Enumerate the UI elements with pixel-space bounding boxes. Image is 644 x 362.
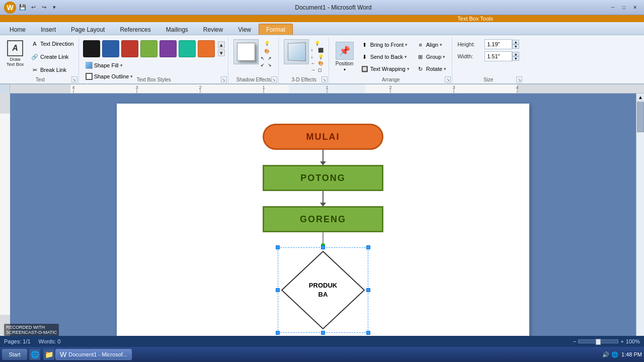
zoom-level: 100%: [626, 338, 640, 344]
send-to-back-button[interactable]: ⬇ Send to Back ▾: [358, 51, 412, 62]
threed-tilt-up[interactable]: ↑: [310, 47, 317, 53]
width-value[interactable]: 1.51": [485, 51, 512, 61]
threed-surface[interactable]: ◻: [317, 67, 325, 73]
threed-color[interactable]: 🎨: [317, 60, 325, 66]
shadow-nudge-br[interactable]: ↘: [267, 62, 274, 68]
break-link-icon: ✂: [31, 66, 39, 74]
shadow-main-button[interactable]: [233, 39, 259, 64]
close-button[interactable]: ✕: [630, 4, 640, 12]
swatches-down[interactable]: ▼: [218, 49, 225, 56]
rotate-button[interactable]: ↻ Rotate ▾: [414, 63, 449, 74]
swatches-arrows: ▲ ▼: [218, 41, 225, 56]
swatch-orange[interactable]: [198, 40, 215, 57]
break-link-button[interactable]: ✂ Break Link: [28, 64, 76, 75]
scroll-up-button[interactable]: ▲: [636, 94, 644, 102]
zoom-slider[interactable]: [578, 339, 618, 343]
shadow-expander[interactable]: ↘: [271, 76, 277, 82]
width-up[interactable]: ▲: [512, 52, 519, 56]
tab-review[interactable]: Review: [196, 24, 230, 35]
tab-home[interactable]: Home: [2, 24, 33, 35]
shadow-color[interactable]: 🎨: [260, 47, 274, 55]
size-expander[interactable]: ↘: [516, 76, 522, 82]
tab-format[interactable]: Format: [259, 24, 293, 35]
swatch-black[interactable]: [83, 40, 100, 57]
bring-to-front-button[interactable]: ⬆ Bring to Front ▾: [358, 39, 412, 50]
undo-quick-button[interactable]: ↩: [29, 3, 38, 12]
threed-tilt-down[interactable]: ↓: [310, 54, 317, 60]
width-down[interactable]: ▼: [512, 56, 519, 61]
status-bar: Pages: 1/1 Words: 0 − + 100%: [0, 336, 644, 347]
taskbar-word-item[interactable]: W Document1 - Microsof...: [55, 349, 132, 360]
shadow-side-buttons: 💡 🎨 ↖ ↗ ↙ ↘: [260, 39, 274, 68]
taskbar-folder[interactable]: 📁: [43, 349, 54, 360]
shape-goreng[interactable]: GORENG: [263, 206, 383, 232]
arrange-expander[interactable]: ↘: [445, 76, 451, 82]
swatch-blue[interactable]: [102, 40, 119, 57]
height-value[interactable]: 1.19": [485, 39, 512, 49]
height-down[interactable]: ▼: [512, 44, 519, 49]
shadow-nudge-tr[interactable]: ↗: [267, 55, 274, 61]
tab-mailings[interactable]: Mailings: [158, 24, 196, 35]
taskbar: Start 🌐 📁 W Document1 - Microsof... 🔊 🌐 …: [0, 347, 644, 362]
scroll-track[interactable]: [636, 102, 644, 346]
shadow-on-off[interactable]: 💡: [260, 39, 274, 47]
textbox-styles-expander[interactable]: ↘: [221, 76, 227, 82]
minimize-button[interactable]: ─: [608, 4, 618, 12]
shape-mulai[interactable]: MULAI: [263, 124, 383, 150]
taskbar-ie[interactable]: 🌐: [29, 349, 40, 360]
start-button[interactable]: Start: [2, 349, 27, 360]
zoom-thumb[interactable]: [596, 339, 601, 345]
ribbon-group-size: Height: 1.19" ▲ ▼ Width: 1.51" ▲ ▼ Size …: [453, 37, 523, 83]
shape-produk-container[interactable]: PRODUK BA: [278, 247, 368, 333]
threed-depth[interactable]: ⬛: [317, 47, 325, 53]
taskbar-quick-launch: 🌐 📁: [29, 349, 54, 360]
draw-textbox-button[interactable]: A DrawText Box: [4, 38, 26, 74]
text-wrapping-button[interactable]: 🔲 Text Wrapping ▾: [358, 63, 412, 74]
tab-insert[interactable]: Insert: [33, 24, 63, 35]
threed-rotate-left[interactable]: ←: [310, 60, 317, 66]
maximize-button[interactable]: □: [619, 4, 629, 12]
tab-references[interactable]: References: [112, 24, 158, 35]
threed-on-off[interactable]: 💡: [310, 39, 325, 47]
threed-expander[interactable]: ↘: [321, 76, 328, 82]
office-button[interactable]: W: [4, 2, 16, 14]
tab-view[interactable]: View: [230, 24, 259, 35]
swatch-purple[interactable]: [159, 40, 177, 57]
shape-potong[interactable]: POTONG: [263, 165, 383, 191]
threed-lighting[interactable]: 💡: [317, 54, 325, 60]
swatches-up[interactable]: ▲: [218, 41, 225, 48]
align-button[interactable]: ≡ Align ▾: [414, 39, 449, 50]
scroll-thumb[interactable]: [637, 102, 644, 132]
svg-text:3: 3: [452, 85, 455, 90]
position-button[interactable]: 📌 Position ▾: [333, 39, 356, 74]
swatch-green[interactable]: [140, 40, 157, 57]
doc-scroll[interactable]: MULAI POTONG GORENG: [10, 94, 636, 354]
shadow-nudge-bl[interactable]: ↙: [260, 62, 267, 68]
create-link-button[interactable]: 🔗 Create Link: [28, 51, 76, 62]
threed-rotate-right[interactable]: →: [310, 67, 317, 73]
shadow-color-icon: 🎨: [264, 49, 270, 54]
bring-front-icon: ⬆: [361, 41, 369, 49]
text-direction-button[interactable]: A Text Direction: [28, 38, 76, 49]
shadow-nudge-tl[interactable]: ↖: [260, 55, 267, 61]
zoom-in-button[interactable]: +: [620, 338, 623, 344]
zoom-out-button[interactable]: −: [573, 338, 576, 344]
arrange-label: Arrange: [330, 77, 452, 82]
swatch-red[interactable]: [121, 40, 138, 57]
swatch-teal[interactable]: [179, 40, 196, 57]
vertical-scrollbar[interactable]: ▲ ▼: [636, 94, 644, 354]
tab-page-layout[interactable]: Page Layout: [63, 24, 112, 35]
shape-fill-button[interactable]: Shape Fill ▾: [83, 60, 225, 70]
svg-text:1: 1: [262, 85, 265, 90]
threed-controls: ↑ ⬛ ↓ 💡 ← 🎨 → ◻: [310, 47, 325, 73]
flowchart: MULAI POTONG GORENG: [248, 124, 398, 333]
height-up[interactable]: ▲: [512, 40, 519, 44]
more-quick-button[interactable]: ▾: [50, 3, 59, 12]
save-quick-button[interactable]: 💾: [18, 3, 27, 12]
arrow-2: [323, 191, 324, 206]
text-group-expander[interactable]: ↘: [71, 76, 77, 82]
redo-quick-button[interactable]: ↪: [39, 3, 48, 12]
group-button[interactable]: ⊞ Group ▾: [414, 51, 449, 62]
height-label: Height:: [457, 41, 482, 47]
threed-main-button[interactable]: [284, 39, 309, 64]
